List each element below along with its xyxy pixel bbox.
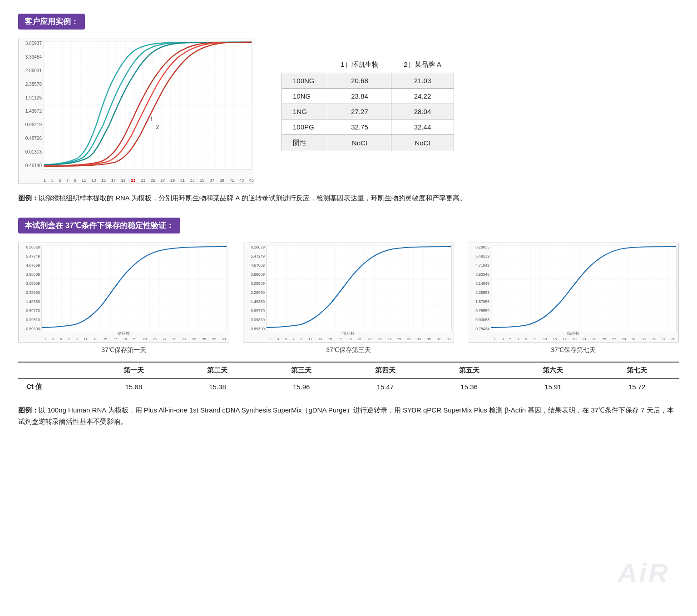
chart1-container: 3.80937 3.33484 2.86031 2.38578 1.91125 … [18, 39, 254, 184]
chart1-area: 3.80937 3.33484 2.86031 2.38578 1.91125 … [18, 39, 254, 184]
comparison-table-wrap: 1）环凯生物 2）某品牌 A 100NG20.6821.0310NG23.842… [282, 39, 454, 151]
chart-day1-inner [41, 245, 227, 331]
chart-day3-wrap: 6.26829 5.47249 4.67669 3.88089 3.08509 … [243, 243, 454, 354]
section2: 本试剂盒在 37℃条件下保存的稳定性验证： 6.26829 5.47249 4.… [18, 218, 679, 427]
chart-day1-x-labels: 1 3 5 7 9 11 13 15 17 19 21 23 25 27 29 … [41, 337, 229, 341]
caption1-prefix: 图例： [18, 194, 39, 202]
col-header-empty [282, 57, 328, 73]
caption2-text: 以 100ng Human RNA 为模板，用 Plus All-in-one … [18, 406, 674, 426]
chart-day7-x-labels: 1 3 5 7 9 11 13 15 17 19 21 23 25 27 29 … [491, 337, 678, 341]
chart-day3-x-title: 循环数 [342, 331, 355, 337]
chart-day1-x-title: 循环数 [118, 331, 130, 337]
section1: 客户应用实例： 3.80937 3.33484 2.86031 2.38578 … [18, 14, 679, 204]
svg-rect-3 [42, 245, 227, 331]
chart1-x-labels: 1 3 5 7 9 11 13 15 17 19 21 23 25 27 29 … [44, 178, 254, 183]
chart-day7-inner [491, 245, 677, 331]
stability-table: 第一天第二天第三天第四天第五天第六天第七天 Ct 值15.6815.3815.9… [18, 362, 679, 395]
chart-day3-y-labels: 6.26829 5.47249 4.67669 3.88089 3.08509 … [243, 245, 266, 331]
chart-day1-label: 37℃保存第一天 [18, 346, 229, 354]
chart-day7-y-labels: 6.28035 5.49539 4.71042 3.92546 3.14049 … [468, 245, 491, 331]
chart-day3-label: 37℃保存第三天 [243, 346, 454, 354]
table-row: 1NG27.2728.04 [282, 104, 454, 119]
chart-day1: 6.26829 5.47249 4.67669 3.88089 3.08509 … [18, 243, 229, 343]
chart-day3-x-labels: 1 3 5 7 9 11 13 15 17 19 21 23 25 27 29 … [266, 337, 454, 341]
col-header-1: 1）环凯生物 [328, 57, 391, 73]
chart-day3-inner [266, 245, 452, 331]
chart-day1-wrap: 6.26829 5.47249 4.67669 3.88089 3.08509 … [18, 243, 229, 354]
col-header-2: 2）某品牌 A [391, 57, 454, 73]
chart-day3: 6.26829 5.47249 4.67669 3.88089 3.08509 … [243, 243, 454, 343]
section1-caption: 图例：以猕猴桃组织样本提取的 RNA 为模板，分别用环凯生物和某品牌 A 的逆转… [18, 192, 679, 204]
comparison-table: 1）环凯生物 2）某品牌 A 100NG20.6821.0310NG23.842… [282, 57, 454, 151]
chart-day1-y-labels: 6.26829 5.47249 4.67669 3.88089 3.08509 … [19, 245, 41, 331]
svg-rect-5 [491, 245, 676, 331]
caption2-prefix: 图例： [18, 406, 39, 414]
section1-title: 客户应用实例： [18, 14, 85, 30]
svg-text:2: 2 [156, 124, 159, 130]
svg-text:1: 1 [150, 116, 153, 123]
chart1-y-labels: 3.80937 3.33484 2.86031 2.38578 1.91125 … [19, 39, 44, 170]
chart-day7-wrap: 6.28035 5.49539 4.71042 3.92546 3.14049 … [468, 243, 679, 354]
table-row: 100NG20.6821.03 [282, 73, 454, 89]
table-row: 10NG23.8424.22 [282, 89, 454, 104]
svg-rect-4 [267, 245, 451, 331]
svg-rect-0 [44, 41, 252, 169]
stability-table-wrap: 第一天第二天第三天第四天第五天第六天第七天 Ct 值15.6815.3815.9… [18, 362, 679, 395]
chart1-inner: 1 2 [44, 41, 252, 170]
chart-day7-label: 37℃保存第七天 [468, 346, 679, 354]
chart-day7-x-title: 循环数 [567, 331, 579, 337]
table-row: 100PG32.7532.44 [282, 119, 454, 135]
caption1-text: 以猕猴桃组织样本提取的 RNA 为模板，分别用环凯生物和某品牌 A 的逆转录试剂… [39, 194, 466, 202]
top-section: 3.80937 3.33484 2.86031 2.38578 1.91125 … [18, 39, 679, 184]
three-charts: 6.26829 5.47249 4.67669 3.88089 3.08509 … [18, 243, 679, 354]
section2-title: 本试剂盒在 37℃条件下保存的稳定性验证： [18, 218, 180, 233]
section2-caption: 图例：以 100ng Human RNA 为模板，用 Plus All-in-o… [18, 404, 679, 427]
table-row: Ct 值15.6815.3815.9615.4715.3615.9115.72 [18, 378, 679, 395]
table-row: 阴性NoCtNoCt [282, 135, 454, 151]
chart-day7: 6.28035 5.49539 4.71042 3.92546 3.14049 … [468, 243, 679, 343]
